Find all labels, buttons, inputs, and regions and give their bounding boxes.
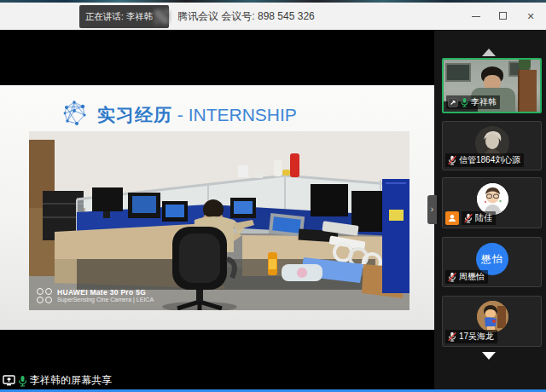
- minimize-icon: [472, 16, 480, 17]
- scroll-down-arrow-icon[interactable]: [482, 352, 496, 360]
- blurred-name: [154, 9, 169, 24]
- slide-title-cn: 实习经历: [97, 105, 172, 124]
- avatar: [477, 301, 508, 332]
- slide-title: 实习经历 - INTERNSHIP: [97, 103, 297, 127]
- mic-on-icon: [17, 375, 28, 387]
- blue-cabinet: [382, 179, 410, 293]
- mic-muted-icon: [447, 272, 457, 282]
- participant-info: 17吴海龙: [445, 330, 497, 343]
- red-thermos: [290, 153, 299, 177]
- sidebar-collapse-handle[interactable]: ›: [427, 195, 437, 224]
- mic-muted-icon: [447, 331, 457, 342]
- participants-sidebar: 李祥韩 信管1864刘心源: [434, 30, 546, 389]
- participant-name: 信管1864刘心源: [459, 154, 520, 166]
- avatar: [477, 183, 508, 215]
- participant-info: 李祥韩: [446, 95, 500, 109]
- participant-info: 周懋怡: [445, 270, 488, 284]
- maximize-icon: [499, 12, 507, 20]
- watermark-line2: SuperSensing Cine Camera | LEICA: [57, 297, 154, 304]
- window-title: 腾讯会议 会议号: 898 545 326: [177, 3, 315, 30]
- minimize-button[interactable]: [462, 3, 490, 30]
- sharing-icon: [448, 98, 458, 107]
- slide-photo-office: HUAWEI Mate 30 Pro 5G SuperSensing Cine …: [29, 131, 410, 310]
- participant-info: 陆佳: [462, 211, 496, 225]
- presentation-slide: 实习经历 - INTERNSHIP: [0, 85, 434, 330]
- participant-tile-liuxin[interactable]: 信管1864刘心源: [442, 121, 542, 170]
- screen-share-banner: 李祥韩的屏幕共享: [3, 373, 112, 388]
- speaking-indicator-label: 正在讲话: 李祥韩: [85, 11, 153, 23]
- shared-screen-area: 实习经历 - INTERNSHIP: [0, 30, 434, 389]
- leica-rings-icon: [37, 288, 53, 304]
- participant-info: 信管1864刘心源: [445, 153, 524, 167]
- office-scene: [29, 131, 410, 310]
- maximize-button[interactable]: [490, 3, 517, 30]
- tencent-meeting-window: 腾讯会议 会议号: 898 545 326 ✕ 正在讲话: 李祥韩: [0, 0, 546, 392]
- sticky-note: [389, 210, 404, 221]
- slide-title-en: - INTERNSHIP: [172, 105, 297, 124]
- participant-tile-wuhailong[interactable]: 17吴海龙: [442, 296, 542, 347]
- participant-tile-zhoumaoyi[interactable]: 懋怡 周懋怡: [442, 237, 542, 287]
- host-badge: [445, 211, 459, 225]
- mic-muted-icon: [463, 213, 473, 223]
- host-person-icon: [448, 214, 456, 222]
- screen-share-icon: [3, 375, 15, 386]
- participant-tile-lujia[interactable]: 陆佳: [442, 177, 542, 228]
- scroll-up-arrow-icon[interactable]: [482, 49, 496, 56]
- participant-name: 李祥韩: [471, 96, 497, 108]
- screen-share-label: 李祥韩的屏幕共享: [30, 373, 112, 388]
- mic-muted-icon: [447, 155, 457, 165]
- window-controls: ✕: [462, 3, 544, 30]
- participant-name: 周懋怡: [459, 271, 485, 283]
- participant-name: 陆佳: [475, 212, 492, 224]
- watermark-line1: HUAWEI Mate 30 Pro 5G: [57, 288, 154, 297]
- network-graph-icon: [61, 99, 87, 128]
- mic-on-icon: [460, 97, 469, 107]
- camera-watermark: HUAWEI Mate 30 Pro 5G SuperSensing Cine …: [37, 288, 154, 304]
- close-button[interactable]: ✕: [517, 3, 544, 30]
- speaking-indicator: 正在讲话: 李祥韩: [79, 5, 169, 28]
- participant-name: 17吴海龙: [459, 331, 494, 343]
- participant-tile-lixianghan[interactable]: 李祥韩: [442, 58, 542, 113]
- close-icon: ✕: [517, 3, 544, 30]
- white-bottle: [274, 160, 282, 176]
